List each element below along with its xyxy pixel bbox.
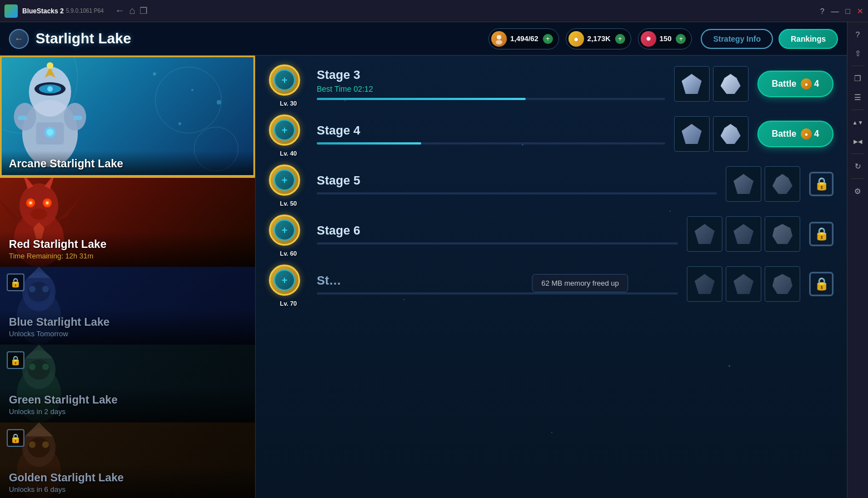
- stage5-circle-inner: +: [274, 170, 295, 191]
- stage7-gem-2: [734, 274, 754, 294]
- star-6: [551, 432, 552, 433]
- stage4-info: Stage 4: [317, 123, 665, 145]
- rankings-button[interactable]: Rankings: [779, 29, 838, 49]
- gem-resource: ✹ 150 +: [638, 28, 692, 49]
- sidebar-settings-icon[interactable]: ⚙: [850, 183, 866, 199]
- avatar-plus-button[interactable]: +: [543, 34, 553, 44]
- token-icon-4: ●: [801, 128, 812, 140]
- minimize-btn[interactable]: —: [831, 7, 839, 16]
- gem-plus-button[interactable]: +: [676, 34, 686, 44]
- maximize-btn[interactable]: □: [846, 7, 850, 16]
- svg-point-5: [47, 129, 53, 136]
- stage-row-4: + Lv. 40 Stage 4: [269, 114, 834, 153]
- game-area: ? ⇧ ❐ ☰ ▲▼ ▶◀ ↻ ⚙ ← Starlight Lake: [0, 22, 868, 498]
- sidebar-divider-3: [851, 153, 865, 154]
- nav-back-btn[interactable]: ←: [115, 5, 125, 17]
- stage6-plus-icon: +: [282, 225, 288, 236]
- stage3-level-icon: + Lv. 30: [269, 64, 308, 103]
- svg-marker-18: [56, 195, 83, 222]
- stage5-lock-icon: 🔒: [809, 172, 834, 196]
- star-5: [729, 365, 730, 367]
- stage3-gem-1: [682, 74, 702, 94]
- nav-windows-btn[interactable]: ❐: [139, 6, 147, 16]
- lake-item-arcane[interactable]: Arcane Starlight Lake: [0, 56, 255, 178]
- arcane-lake-name: Arcane Starlight Lake: [9, 157, 246, 170]
- battle-label-4: Battle: [772, 129, 796, 139]
- titlebar-controls: ? — □ ✕: [820, 0, 864, 22]
- svg-point-28: [31, 208, 47, 220]
- lake-item-golden[interactable]: 🔒 Golden Starlight Lake Unlocks in 6 day…: [0, 422, 255, 498]
- main-layout: Arcane Starlight Lake: [0, 56, 847, 498]
- sidebar-grid-icon[interactable]: ❐: [850, 71, 866, 86]
- sidebar-expand1-icon[interactable]: ▲▼: [850, 114, 866, 130]
- stage-row-5: + Lv. 50 Stage 5: [269, 165, 834, 203]
- stage4-level-icon: + Lv. 40: [269, 114, 308, 153]
- arcane-lake-content: Arcane Starlight Lake: [0, 151, 255, 177]
- lake-item-green[interactable]: 🔒 Green Starlight Lake Unlocks in 2 days: [0, 345, 255, 422]
- stage6-progress-bar: [317, 242, 678, 245]
- stage5-info: Stage 5: [317, 173, 717, 195]
- stage3-battle-token: ● 4: [801, 78, 819, 89]
- gem-icon: ✹: [641, 31, 656, 47]
- stage4-battle-token: ● 4: [801, 128, 819, 140]
- stage5-rewards: [726, 166, 800, 202]
- stage4-circle-inner: +: [274, 119, 295, 141]
- close-btn[interactable]: ✕: [857, 7, 864, 16]
- stage6-reward-3: [765, 216, 800, 252]
- stage6-level-icon: + Lv. 60: [269, 215, 308, 253]
- svg-point-27: [46, 202, 48, 204]
- stage3-info: Stage 3 Best Time 02:12: [317, 68, 665, 100]
- blue-lake-content: Blue Starlight Lake Unlocks Tomorrow: [0, 309, 255, 345]
- green-lock-icon: 🔒: [7, 351, 24, 369]
- svg-point-46: [29, 441, 36, 448]
- stage4-battle-button[interactable]: Battle ● 4: [757, 121, 834, 147]
- stage6-level-circle: +: [269, 215, 300, 246]
- stage5-level-icon: + Lv. 50: [269, 165, 308, 203]
- stage3-plus-icon: +: [282, 74, 288, 86]
- strategy-info-button[interactable]: Strategy Info: [701, 29, 773, 49]
- back-arrow-icon: ←: [14, 34, 23, 44]
- stage6-gem-1: [695, 224, 715, 244]
- svg-rect-13: [73, 116, 82, 120]
- svg-point-47: [42, 441, 49, 448]
- help-btn[interactable]: ?: [820, 7, 825, 16]
- back-button[interactable]: ←: [9, 29, 29, 49]
- sidebar-upload-icon[interactable]: ⇧: [850, 46, 866, 61]
- sidebar-rotate-icon[interactable]: ↻: [850, 158, 866, 174]
- stage3-level-label: Lv. 30: [280, 100, 297, 107]
- sidebar-expand2-icon[interactable]: ▶◀: [850, 133, 866, 149]
- stage5-reward-2: [765, 166, 800, 202]
- stage7-circle-inner: +: [274, 270, 295, 291]
- stage3-battle-button[interactable]: Battle ● 4: [757, 71, 834, 97]
- action-buttons: Strategy Info Rankings: [701, 29, 838, 49]
- stage4-gem-1: [682, 124, 702, 144]
- stage7-reward-2: [726, 266, 761, 302]
- coin-icon: ●: [568, 31, 584, 47]
- green-lake-name: Green Starlight Lake: [9, 394, 246, 406]
- nav-home-btn[interactable]: ⌂: [129, 5, 136, 17]
- stage4-progress-bar: [317, 142, 665, 145]
- stage3-reward-2: [713, 66, 749, 102]
- sidebar-divider-1: [851, 66, 865, 66]
- sidebar-question-icon[interactable]: ?: [850, 27, 866, 42]
- sidebar-list-icon[interactable]: ☰: [850, 89, 866, 105]
- stage3-token-count: 4: [814, 79, 819, 89]
- svg-point-26: [29, 202, 32, 204]
- stage7-plus-icon: +: [282, 275, 288, 286]
- stage4-rewards: [674, 116, 749, 152]
- particle-1: [153, 72, 156, 76]
- coin-value: 2,173K: [587, 34, 611, 43]
- green-lake-unlock: Unlocks in 2 days: [9, 407, 246, 416]
- golden-lake-unlock: Unlocks in 6 days: [9, 485, 246, 494]
- stage5-level-circle: +: [269, 165, 300, 196]
- coin-plus-button[interactable]: +: [615, 34, 625, 44]
- lake-item-blue[interactable]: 🔒 Blue Starlight Lake Unlocks Tomorrow: [0, 267, 255, 345]
- titlebar-nav: ← ⌂ ❐: [115, 5, 148, 17]
- stage6-reward-2: [726, 216, 761, 252]
- lake-item-red[interactable]: Red Starlight Lake Time Remaining: 12h 3…: [0, 178, 255, 267]
- stage5-progress-bar: [317, 192, 717, 195]
- stage7-rewards: [687, 266, 800, 302]
- avatar-value: 1,494/62: [510, 34, 538, 43]
- stage7-reward-1: [687, 266, 722, 302]
- stage6-circle-inner: +: [274, 220, 295, 241]
